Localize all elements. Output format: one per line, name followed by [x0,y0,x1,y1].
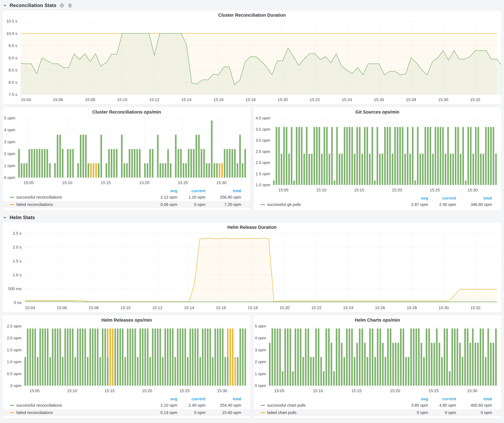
legend-header: avgcurrenttotal [253,396,501,402]
panel-title[interactable]: Helm Releases ops/min [3,315,251,324]
svg-text:15:25: 15:25 [180,388,190,393]
svg-text:15:05: 15:05 [30,388,40,393]
svg-text:7.5 s: 7.5 s [9,92,17,97]
svg-text:15:18: 15:18 [246,97,256,102]
svg-text:1 opm: 1 opm [255,371,266,376]
svg-text:15:24: 15:24 [343,306,353,310]
legend-series-toggle[interactable]: successful reconciliations [10,403,146,408]
legend-series-toggle[interactable]: successful reconciliations [10,195,146,200]
svg-text:5 opm: 5 opm [4,116,15,120]
chart-cluster-reconciliations-opm[interactable]: 15:0515:1015:1515:2015:2515:300 opm1 opm… [3,116,251,187]
svg-text:1.5 s: 1.5 s [13,259,22,263]
legend-value: 0 opm [177,202,205,207]
legend-sort-current[interactable]: current [428,397,456,401]
svg-text:0 opm: 0 opm [10,383,22,388]
legend-sort-total[interactable]: total [205,397,241,401]
section-title[interactable]: Reconciliation Stats [10,3,56,8]
svg-text:2.5 opm: 2.5 opm [7,324,22,329]
svg-text:15:26: 15:26 [374,97,384,102]
legend-series-toggle[interactable]: successful chart pulls [261,403,397,408]
svg-text:1.5 opm: 1.5 opm [256,171,270,176]
svg-text:3.0 opm: 3.0 opm [256,138,270,143]
svg-text:15:10: 15:10 [67,388,77,393]
svg-text:15:30: 15:30 [467,388,477,393]
legend-series-toggle[interactable]: successful git pulls [261,202,397,207]
chevron-down-icon[interactable] [3,216,7,220]
row-header-reconciliation-stats[interactable]: Reconciliation Stats [2,1,502,10]
legend-row: failed reconciliations0.13 opm0 opm15.60… [3,409,251,416]
legend-series-toggle[interactable]: failed reconciliations [10,202,146,207]
svg-text:1 opm: 1 opm [4,163,15,168]
chart-helm-charts-opm[interactable]: 15:0515:1015:1515:2015:2515:300 opm1 opm… [253,324,501,395]
legend-sort-total[interactable]: total [456,397,492,401]
legend-sort-current[interactable]: current [177,188,205,193]
svg-text:15:15: 15:15 [354,188,364,192]
chart-helm-release-duration[interactable]: 15:0415:0615:0815:1015:1215:1415:1615:18… [3,231,501,312]
legend-value: 0 opm [456,410,492,415]
panel-cluster-reconciliation-duration: Cluster Reconciliation Duration 15:0415:… [2,10,502,104]
legend-row: failed chart pulls0 opm0 opm0 opm [253,409,501,416]
row-header-helm-stats[interactable]: Helm Stats [2,213,502,222]
legend-sort-current[interactable]: current [177,397,205,401]
legend-value: 2.40 opm [428,202,456,207]
svg-text:0.5 opm: 0.5 opm [7,371,22,376]
svg-text:15:06: 15:06 [53,97,63,102]
panel-title[interactable]: Helm Charts ops/min [253,315,501,324]
svg-text:15:20: 15:20 [280,306,290,310]
legend-row: successful reconciliations2.12 opm1.20 o… [3,194,251,201]
panel-cluster-reconciliations-opm: Cluster Reconciliations ops/min 15:0515:… [2,107,251,211]
svg-text:15:20: 15:20 [392,188,402,192]
legend-git-sources: avgcurrenttotalsuccessful git pulls2.87 … [253,194,501,210]
svg-text:15:30: 15:30 [217,388,227,393]
svg-text:8.0 s: 8.0 s [9,80,17,85]
svg-text:15:06: 15:06 [57,306,67,310]
grafana-dashboard: Reconciliation Stats Cluster Reconciliat… [0,0,504,421]
svg-text:15:10: 15:10 [313,388,323,393]
legend-sort-total[interactable]: total [205,188,241,193]
chart-helm-releases-opm[interactable]: 15:0515:1015:1515:2015:2515:300 opm0.5 o… [3,324,251,395]
svg-text:15:32: 15:32 [470,306,480,310]
svg-text:15:20: 15:20 [139,180,149,185]
legend-sort-avg[interactable]: avg [146,188,177,193]
legend-sort-current[interactable]: current [428,196,456,201]
legend-sort-avg[interactable]: avg [397,196,428,201]
legend-series-toggle[interactable]: failed chart pulls [261,410,397,415]
chevron-down-icon[interactable] [3,3,7,7]
svg-text:500 ms: 500 ms [8,286,22,291]
legend-sort-avg[interactable]: avg [397,397,428,401]
legend-value: 4.80 opm [428,403,456,408]
svg-text:15:15: 15:15 [101,180,111,185]
svg-text:15:04: 15:04 [25,306,35,310]
svg-text:1.0 s: 1.0 s [13,273,22,277]
legend-sort-avg[interactable]: avg [146,397,177,401]
legend-value: 2.12 opm [146,195,177,200]
panel-title[interactable]: Cluster Reconciliation Duration [3,10,501,19]
svg-text:15:28: 15:28 [406,97,416,102]
section-title[interactable]: Helm Stats [10,215,35,220]
svg-text:15:26: 15:26 [375,306,385,310]
panel-helm-charts-opm: Helm Charts ops/min 15:0515:1015:1515:20… [253,315,502,419]
legend-value: 0 opm [397,410,428,415]
legend-cluster-reconciliations: avgcurrenttotalsuccessful reconciliation… [3,187,251,210]
svg-text:15:30: 15:30 [216,180,227,185]
legend-series-toggle[interactable]: failed reconciliations [10,410,146,415]
legend-sort-total[interactable]: total [456,196,492,201]
svg-text:15:18: 15:18 [248,306,258,310]
panel-helm-releases-opm: Helm Releases ops/min 15:0515:1015:1515:… [2,315,251,419]
panel-title[interactable]: Helm Release Duration [3,222,501,231]
svg-text:15:32: 15:32 [470,97,480,102]
svg-text:1.0 opm: 1.0 opm [256,182,270,187]
svg-text:15:20: 15:20 [390,388,400,393]
series-color-dash [10,204,14,205]
panel-title[interactable]: Git Sources ops/min [253,107,501,116]
svg-text:4 opm: 4 opm [255,336,266,340]
gear-icon[interactable] [59,3,65,8]
svg-text:15:10: 15:10 [120,306,131,310]
svg-text:15:08: 15:08 [89,306,99,310]
chart-cluster-reconciliation-duration[interactable]: 15:0415:0615:0815:1015:1215:1415:1615:18… [3,19,501,104]
legend-value: 0 opm [428,410,456,415]
chart-git-sources-opm[interactable]: 15:0515:1015:1515:2015:2515:301.0 opm1.5… [253,116,501,194]
svg-text:15:24: 15:24 [342,97,352,102]
trash-icon[interactable] [67,3,73,8]
panel-title[interactable]: Cluster Reconciliations ops/min [3,107,251,116]
